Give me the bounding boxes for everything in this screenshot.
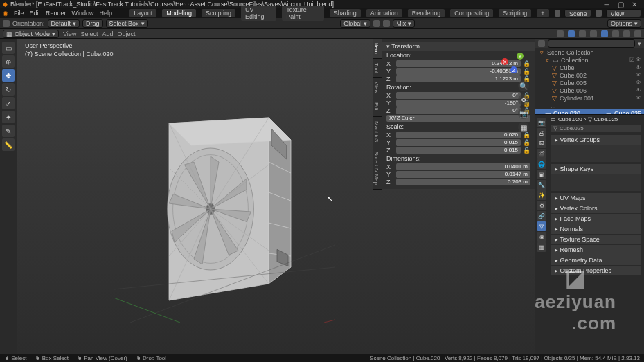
prop-scene-icon[interactable]: 🎬 [537,149,546,159]
prop-world-icon[interactable]: 🌐 [537,159,546,169]
menu-add[interactable]: Add [102,30,113,37]
outliner-item[interactable]: ▽Cube.002👁 [535,71,644,79]
outliner-item[interactable]: ... [535,102,644,109]
prop-render-icon[interactable]: 📷 [537,118,546,127]
menu-edit[interactable]: Edit [30,10,41,17]
prop-viewlayer-icon[interactable]: 🖼 [537,138,546,148]
section-geometry-data[interactable]: ▸ Geometry Data [551,255,641,265]
transform-header[interactable]: ▾ Transform [382,42,535,51]
outliner-root[interactable]: ▿Scene Collection [535,48,644,56]
outliner-search[interactable] [548,39,635,48]
zoom-icon[interactable]: 🔍 [518,80,529,91]
menu-object[interactable]: Object [117,30,135,37]
scene-field[interactable]: Scene [564,9,592,17]
transform-space-dropdown[interactable]: Global ▾ [340,19,370,28]
section-custom-props[interactable]: ▸ Custom Properties [551,266,641,275]
npanel-tab-tool[interactable]: Tool [373,59,382,78]
outliner-mode-icon[interactable] [538,40,545,47]
workspace-rendering[interactable]: Rendering [408,9,445,17]
options-dropdown[interactable]: Options ▾ [607,19,641,28]
outliner-item[interactable]: ▽Cube👁 [535,64,644,71]
workspace-modeling[interactable]: Modeling [162,9,196,17]
workspace-compositing[interactable]: Compositing [450,9,493,17]
tool-select[interactable]: ▭ [2,42,15,54]
datablock-name[interactable]: ▽ Cube.025 [551,125,641,132]
lock-icon[interactable]: 🔒 [523,147,530,154]
maximize-button[interactable]: ▢ [614,1,627,8]
npanel-tab-machin3[interactable]: Machin3 [373,117,382,147]
scale-y[interactable]: 0.015 [396,139,521,146]
section-normals[interactable]: ▸ Normals [551,224,641,234]
overlay-toggle[interactable] [579,30,586,37]
shading-rendered[interactable] [634,30,641,37]
workspace-texpaint[interactable]: Texture Paint [282,6,323,21]
prop-data-icon[interactable]: ▽ [537,221,546,231]
outliner-item[interactable]: ▽Cube.005👁 [535,79,644,87]
menu-help[interactable]: Help [100,10,113,17]
workspace-shading[interactable]: Shading [330,9,361,17]
xray-toggle[interactable] [590,30,597,37]
rot-z[interactable]: 0° [396,107,521,114]
workspace-add[interactable]: + [537,9,548,17]
pivot-dropdown[interactable]: Default ▾ [48,19,80,28]
workspace-animation[interactable]: Animation [366,9,402,17]
section-vertex-colors[interactable]: ▸ Vertex Colors [551,203,641,213]
shading-matprev[interactable] [623,30,630,37]
outliner-item[interactable]: ▽Cylinder.001👁 [535,94,644,102]
drag-dropdown[interactable]: Drag [82,19,103,28]
select-mode-dropdown[interactable]: Select Box ▾ [106,19,148,28]
gizmo-toggle[interactable] [568,30,575,37]
camera-icon[interactable]: 📷 [518,108,529,119]
menu-view[interactable]: View [63,30,76,37]
prop-physics-icon[interactable]: ⚙ [537,201,546,210]
tool-measure[interactable]: 📏 [2,138,15,151]
dim-y[interactable]: 0.0147 m [396,171,530,178]
npanel-tab-view[interactable]: View [373,78,382,98]
dim-z[interactable]: 0.703 m [396,179,530,185]
scale-x[interactable]: 0.020 [396,132,521,138]
lock-icon[interactable]: 🔒 [523,139,530,146]
menu-render[interactable]: Render [46,10,66,17]
loc-z[interactable]: 1.1223 m [396,75,521,82]
dim-x[interactable]: 0.0401 m [396,163,530,170]
section-vertex-groups[interactable]: ▸ Vertex Groups [551,135,641,145]
section-shape-keys[interactable]: ▸ Shape Keys [551,164,641,174]
menu-select[interactable]: Select [80,30,98,37]
viewlayer-field[interactable]: View Layer [606,9,641,17]
prop-output-icon[interactable]: 🖨 [537,128,546,138]
filter-icon[interactable]: ▾ [638,40,641,47]
section-face-maps[interactable]: ▸ Face Maps [551,214,641,224]
npanel-tab-sureuv[interactable]: Sure UV Map [373,147,382,190]
section-remesh[interactable]: ▸ Remesh [551,245,641,255]
section-texture-space[interactable]: ▸ Texture Space [551,235,641,244]
menu-window[interactable]: Window [72,10,94,17]
workspace-uv[interactable]: UV Editing [241,6,276,21]
rot-y[interactable]: -180° [396,100,521,107]
pan-icon[interactable]: ✥ [518,94,529,105]
tool-rotate[interactable]: ↻ [2,83,15,96]
tool-scale[interactable]: ⤢ [2,97,15,109]
rot-x[interactable]: 0° [396,92,521,99]
rotation-mode[interactable]: XYZ Euler [386,115,530,122]
workspace-layout[interactable]: Layout [129,9,156,17]
minimize-button[interactable]: ─ [600,1,614,8]
tool-annotate[interactable]: ✎ [2,125,15,137]
npanel-tab-edit[interactable]: Edit [373,98,382,117]
viewport[interactable]: User Perspective (7) Scene Collection | … [17,39,535,354]
prop-material-icon[interactable]: ◉ [537,232,546,242]
tool-move[interactable]: ✥ [2,69,15,82]
selectability-toggle[interactable] [557,30,564,37]
prop-object-icon[interactable]: ▣ [537,170,546,179]
workspace-scripting[interactable]: Scripting [499,9,531,17]
close-button[interactable]: ✕ [627,1,641,8]
overlay-dropdown[interactable]: Mix ▾ [393,19,415,28]
workspace-sculpting[interactable]: Sculpting [202,9,235,17]
proportional-edit-toggle[interactable] [383,20,390,27]
prop-constraint-icon[interactable]: 🔗 [537,211,546,221]
shading-solid[interactable] [612,30,619,37]
perspective-icon[interactable]: ▦ [518,122,529,133]
outliner-collection[interactable]: ▿▭Collection☑ 👁 [535,56,644,64]
tool-cursor[interactable]: ⊕ [2,55,15,68]
npanel-tab-item[interactable]: Item [373,39,382,59]
mode-dropdown[interactable]: ▦ Object Mode ▾ [3,30,59,38]
